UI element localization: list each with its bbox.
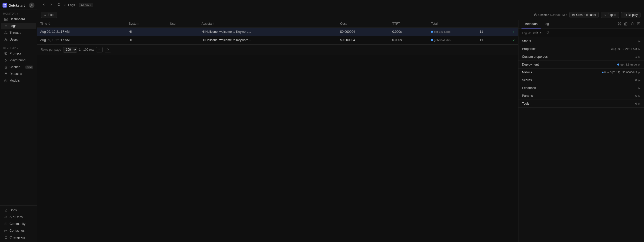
log-id-copy-button[interactable] (545, 31, 549, 35)
sidebar-item-models[interactable]: Models (1, 77, 36, 84)
cell-time: Aug 09, 10:21:17 AM (37, 28, 126, 36)
sidebar-item-dashboard[interactable]: Dashboard (1, 16, 36, 22)
nav-refresh-button[interactable] (56, 2, 62, 8)
filter-button[interactable]: Filter (41, 12, 57, 18)
section-header-properties[interactable]: Properties Aug 09, 10:21:17 AM ▶ (518, 45, 644, 53)
sidebar-header: Quickstart (0, 0, 37, 10)
prev-page-button[interactable] (96, 47, 103, 52)
updated-chevron: ▾ (566, 14, 567, 16)
sidebar-item-api-docs[interactable]: API Docs (1, 214, 36, 220)
sidebar-item-changelog[interactable]: Changelog (1, 234, 36, 241)
col-user[interactable]: User (167, 20, 198, 28)
section-header-feedback[interactable]: Feedback ▶ (518, 84, 644, 92)
sidebar-item-community[interactable]: Community (1, 221, 36, 227)
rows-per-page-select[interactable]: 100 50 25 (63, 47, 77, 53)
svg-rect-6 (6, 18, 7, 19)
table-area: Time System User (37, 20, 644, 242)
sidebar-item-playground[interactable]: Playground (1, 57, 36, 64)
section-right-value: 0 (635, 79, 637, 82)
env-selector[interactable]: All env ▾ (79, 3, 93, 7)
detail-sections: Status ▶ Properties Aug 09, 10:21:17 AM … (518, 37, 644, 108)
section-header-metrics[interactable]: Metrics 8 → 3 [7, 11] · $0.0000043 ▶ (518, 69, 644, 76)
col-assistant[interactable]: Assistant (198, 20, 337, 28)
sidebar-bottom-section: Docs API Docs Community (0, 205, 37, 242)
sidebar-item-prompts[interactable]: Prompts (1, 50, 36, 57)
sidebar-item-caches[interactable]: Caches New (1, 64, 36, 70)
sidebar-item-datasets[interactable]: Datasets (1, 71, 36, 77)
logs-icon (4, 24, 8, 28)
avatar[interactable] (29, 3, 34, 8)
cell-cost: $0.000004 (337, 36, 389, 44)
detail-delete-button[interactable] (630, 21, 635, 27)
svg-point-12 (6, 32, 6, 32)
sidebar-monitor-section: Monitor ▾ Dashboard L (0, 10, 37, 44)
detail-close-button[interactable] (636, 21, 641, 27)
docs-icon (4, 208, 8, 212)
detail-expand-button[interactable] (617, 21, 622, 27)
sidebar-item-label: Prompts (10, 52, 21, 55)
display-icon (624, 14, 627, 16)
section-chevron: ▶ (638, 79, 640, 82)
section-chevron: ▶ (638, 48, 640, 50)
sidebar-develop-section: Develop ▾ Prompts Playground (0, 44, 37, 85)
sidebar-item-label: Community (10, 222, 25, 226)
sidebar-item-users[interactable]: Users (1, 36, 36, 43)
detail-copy-button[interactable] (624, 21, 628, 27)
col-total[interactable]: Total (428, 20, 518, 28)
svg-point-32 (6, 224, 6, 224)
detail-section-status: Status ▶ (518, 37, 644, 45)
col-system[interactable]: System (126, 20, 167, 28)
col-cost[interactable]: Cost (337, 20, 389, 28)
detail-tabs: Metadata Log (518, 20, 644, 29)
table-row[interactable]: Aug 09, 10:21:17 AMHiHi Helicone, welcom… (37, 36, 518, 44)
section-header-tools[interactable]: Tools 0 ▶ (518, 100, 644, 107)
breadcrumb-logs[interactable]: Logs (68, 3, 75, 7)
table-row[interactable]: Aug 09, 10:21:17 AMHiHi Helicone, welcom… (37, 28, 518, 36)
tab-metadata[interactable]: Metadata (521, 20, 541, 28)
detail-section-deployment: Deployment gpt-3.5-turbo ▶ (518, 61, 644, 69)
cell-time: Aug 09, 10:21:17 AM (37, 36, 126, 44)
sidebar-item-label: Logs (10, 24, 16, 28)
toolbar-right: Updated 5:34:08 PM ▾ Create dataset Expo… (534, 12, 640, 18)
sidebar-item-threads[interactable]: Threads (1, 29, 36, 36)
sidebar-item-label: Users (10, 38, 18, 41)
section-header-status[interactable]: Status ▶ (518, 37, 644, 45)
section-right-value: 0 (635, 102, 637, 105)
tab-log[interactable]: Log (541, 20, 552, 28)
export-button[interactable]: Export (601, 12, 619, 18)
next-page-button[interactable] (105, 47, 111, 52)
log-id-value: 00h1eu (533, 31, 543, 35)
dataset-icon (572, 14, 575, 16)
col-ttft[interactable]: TTFT (389, 20, 428, 28)
section-label: Params (522, 94, 533, 98)
section-header-scores[interactable]: Scores 0 ▶ (518, 76, 644, 84)
sidebar-item-docs[interactable]: Docs (1, 207, 36, 214)
section-chevron: ▶ (638, 40, 640, 43)
check-icon: ✓ (512, 38, 515, 42)
svg-rect-56 (547, 31, 548, 34)
section-chevron: ▶ (638, 63, 640, 66)
nav-back-button[interactable] (41, 2, 47, 8)
sidebar-item-label: Playground (10, 58, 25, 62)
display-button[interactable]: Display (621, 12, 640, 18)
section-header-deployment[interactable]: Deployment gpt-3.5-turbo ▶ (518, 61, 644, 68)
cell-user (167, 28, 198, 36)
nav-forward-button[interactable] (48, 2, 54, 8)
section-label: Status (522, 39, 531, 43)
svg-point-19 (6, 39, 7, 40)
sidebar-logo: Quickstart (3, 3, 25, 8)
svg-line-16 (5, 33, 6, 34)
col-time[interactable]: Time (37, 20, 126, 28)
logo-icon (3, 3, 7, 8)
create-dataset-button[interactable]: Create dataset (569, 12, 599, 18)
table-body: Aug 09, 10:21:17 AMHiHi Helicone, welcom… (37, 28, 518, 44)
sidebar-item-label: API Docs (10, 215, 23, 219)
cell-total: gpt-3.5-turbo 11 ✓ (428, 36, 518, 44)
sidebar-item-label: Threads (10, 31, 21, 35)
section-header-custom_properties[interactable]: Custom properties 1 ▶ (518, 53, 644, 60)
sidebar-item-contact-us[interactable]: Contact us (1, 227, 36, 234)
section-header-params[interactable]: Params 6 ▶ (518, 92, 644, 100)
api-docs-icon (4, 215, 8, 219)
sidebar-item-logs[interactable]: Logs (1, 23, 36, 29)
detail-section-params: Params 6 ▶ (518, 92, 644, 100)
